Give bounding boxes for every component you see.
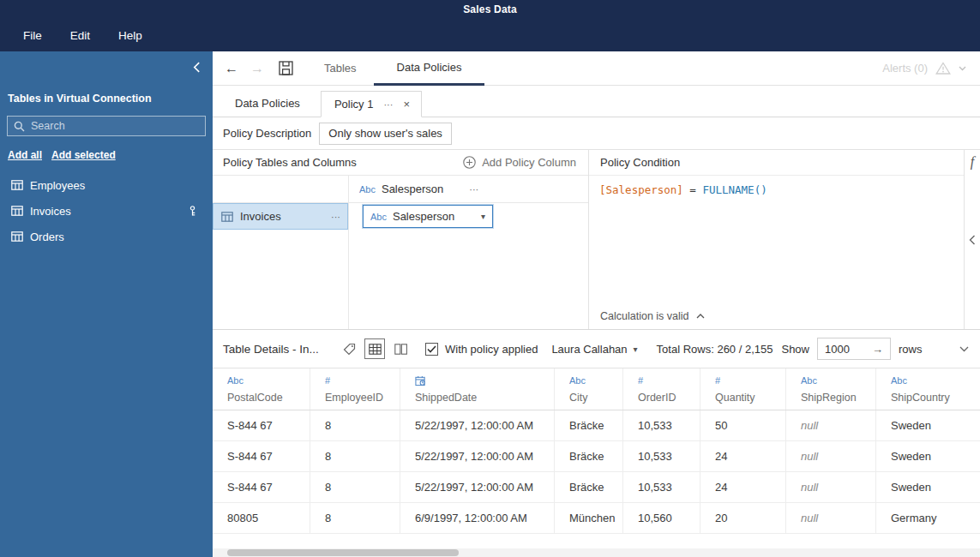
column-header-city[interactable]: AbcCity xyxy=(555,368,623,410)
add-all-link[interactable]: Add all xyxy=(8,149,42,161)
tag-icon[interactable] xyxy=(343,343,356,356)
column-name: ShippedDate xyxy=(415,392,554,404)
sidebar-item-employees[interactable]: Employees xyxy=(0,172,213,198)
data-grid: AbcPostalCode#EmployeeIDShippedDateAbcCi… xyxy=(213,368,980,534)
field-type-string-icon: Abc xyxy=(891,375,980,388)
table-cell: 5/22/1997, 12:00:00 AM xyxy=(400,410,555,440)
tab-tables[interactable]: Tables xyxy=(324,62,357,75)
total-rows: Total Rows: 260 / 2,155 xyxy=(657,343,773,356)
sidebar-item-orders[interactable]: Orders xyxy=(0,224,213,249)
check-icon xyxy=(427,345,436,353)
menu-edit[interactable]: Edit xyxy=(70,29,90,42)
cell-value: S-844 67 xyxy=(227,419,273,432)
close-icon[interactable]: × xyxy=(403,98,410,111)
table-cell: Sweden xyxy=(876,472,980,502)
horizontal-scrollbar[interactable] xyxy=(213,548,980,557)
row-limit-value: 1000 xyxy=(825,343,872,356)
table-cell: Sweden xyxy=(876,441,980,471)
policy-description-input[interactable]: Only show user's sales xyxy=(319,123,452,145)
table-cell: 5/22/1997, 12:00:00 AM xyxy=(400,441,555,471)
titlebar: Sales Data File Edit Help xyxy=(0,0,980,51)
policy-column-header-cell: Abc Salesperson ··· xyxy=(349,176,588,202)
table-row: S-844 6785/22/1997, 12:00:00 AMBräcke10,… xyxy=(213,472,980,503)
sidebar: Tables in Virtual Connection Add all Add… xyxy=(0,51,213,557)
policy-tables-header-row: Policy Tables and Columns Add Policy Col… xyxy=(213,150,588,176)
table-name: Employees xyxy=(30,179,85,192)
functions-panel-icon[interactable]: f xyxy=(965,150,980,170)
add-policy-column-button[interactable]: Add Policy Column xyxy=(463,156,576,169)
cell-value: München xyxy=(569,512,615,524)
search-input[interactable] xyxy=(31,120,199,132)
cell-value: Sweden xyxy=(891,450,931,463)
chevron-left-icon xyxy=(193,62,201,73)
key-icon xyxy=(188,205,197,217)
column-name: EmployeeID xyxy=(325,392,400,404)
tab-data-policies[interactable]: Data Policies xyxy=(374,51,485,86)
field-type-string-icon: Abc xyxy=(359,184,376,195)
table-row: 8080586/9/1997, 12:00:00 AMMünchen10,560… xyxy=(213,503,980,534)
collapse-details-button[interactable] xyxy=(959,346,969,352)
add-selected-link[interactable]: Add selected xyxy=(51,149,116,161)
apply-arrow-icon[interactable]: → xyxy=(872,343,883,356)
column-header-employeeid[interactable]: #EmployeeID xyxy=(310,368,400,410)
cell-value: 8 xyxy=(325,481,331,494)
policy-tables-filler xyxy=(213,230,588,329)
cell-value: Bräcke xyxy=(569,481,604,494)
forward-button[interactable]: → xyxy=(250,62,264,75)
user-filter-dropdown[interactable]: Laura Callahan ▾ xyxy=(551,343,637,356)
grid-view-button[interactable] xyxy=(364,338,385,359)
cell-value: Sweden xyxy=(891,419,931,432)
table-cell: Bräcke xyxy=(555,441,623,471)
column-header-shipregion[interactable]: AbcShipRegion xyxy=(786,368,876,410)
cell-value: 5/22/1997, 12:00:00 AM xyxy=(415,450,533,463)
menu-help[interactable]: Help xyxy=(118,29,142,42)
tab-data-policies-home[interactable]: Data Policies xyxy=(223,90,312,117)
cell-value: 24 xyxy=(715,450,727,463)
calculation-status-label: Calculation is valid xyxy=(600,310,689,322)
cell-value: null xyxy=(801,481,818,494)
alerts-button[interactable]: Alerts (0) xyxy=(882,62,966,75)
table-cell: Germany xyxy=(876,503,980,533)
column-header-shipcountry[interactable]: AbcShipCountry xyxy=(876,368,980,410)
table-icon xyxy=(11,180,23,190)
with-policy-checkbox[interactable] xyxy=(425,343,438,356)
menu-file[interactable]: File xyxy=(23,29,42,42)
sidebar-collapse-button[interactable] xyxy=(193,62,201,73)
field-type-string-icon: Abc xyxy=(227,375,310,388)
alerts-label: Alerts (0) xyxy=(882,62,928,75)
sidebar-links: Add all Add selected xyxy=(0,136,213,161)
policy-editor: Policy Tables and Columns Add Policy Col… xyxy=(213,150,980,330)
row-limit-input[interactable]: 1000 → xyxy=(817,338,891,360)
scrollbar-thumb[interactable] xyxy=(227,549,459,556)
back-button[interactable]: ← xyxy=(225,62,238,75)
policy-column-dropdown[interactable]: Abc Salesperson ▾ xyxy=(363,205,493,228)
condition-operator-token: = xyxy=(683,183,703,196)
calculation-status[interactable]: Calculation is valid xyxy=(589,303,964,329)
search-box xyxy=(7,116,206,136)
save-icon[interactable] xyxy=(279,61,293,75)
row-menu-icon[interactable]: ··· xyxy=(331,212,340,222)
sidebar-table-list: Employees Invoices Orders xyxy=(0,172,213,249)
column-header-orderid[interactable]: #OrderID xyxy=(623,368,700,410)
cards-view-button[interactable] xyxy=(390,338,411,359)
column-header-quantity[interactable]: #Quantity xyxy=(700,368,786,410)
field-type-number-icon: # xyxy=(325,375,400,388)
cell-value: 8 xyxy=(325,512,331,524)
column-header-shippeddate[interactable]: ShippedDate xyxy=(400,368,555,410)
policy-table-invoices[interactable]: Invoices ··· xyxy=(213,203,349,230)
chevron-down-icon: ▾ xyxy=(481,212,485,221)
sidebar-item-invoices[interactable]: Invoices xyxy=(0,198,213,224)
table-cell: null xyxy=(786,441,876,471)
column-name: PostalCode xyxy=(227,392,310,404)
column-header-postalcode[interactable]: AbcPostalCode xyxy=(213,368,310,410)
policy-condition-editor[interactable]: [Salesperson] = FULLNAME() xyxy=(589,176,964,303)
tab-menu-icon[interactable]: ··· xyxy=(383,99,393,110)
app-title: Sales Data xyxy=(0,0,980,15)
table-icon xyxy=(221,212,233,222)
tab-policy-1[interactable]: Policy 1 ··· × xyxy=(321,91,422,117)
add-circle-icon xyxy=(463,156,476,169)
column-name: ShipRegion xyxy=(801,392,875,404)
expand-panel-button[interactable] xyxy=(969,235,976,245)
table-cell: 10,533 xyxy=(623,472,700,502)
column-menu-icon[interactable]: ··· xyxy=(469,184,478,195)
